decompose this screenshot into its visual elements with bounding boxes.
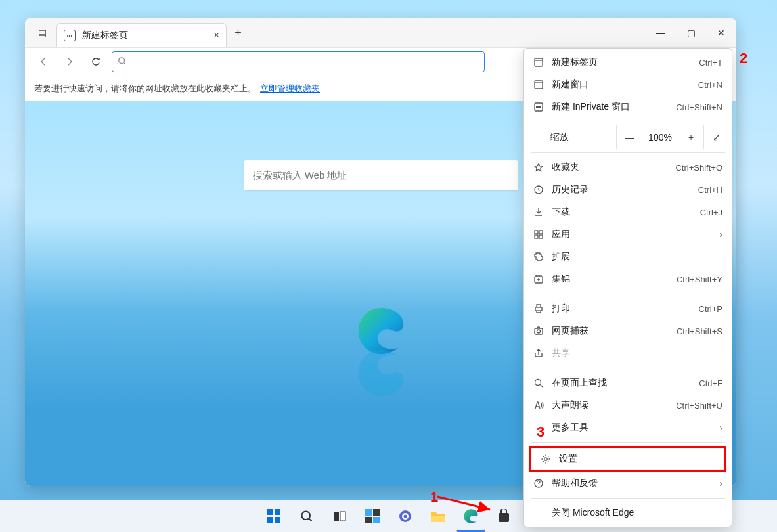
- svg-rect-24: [340, 512, 345, 521]
- start-button[interactable]: [259, 501, 289, 531]
- svg-rect-1: [535, 58, 543, 66]
- close-window-button[interactable]: ✕: [706, 18, 736, 47]
- menu-collections[interactable]: 集锦 Ctrl+Shift+Y: [524, 268, 732, 290]
- tab-actions-icon[interactable]: ▤: [34, 25, 50, 41]
- menu-new-window[interactable]: 新建窗口 Ctrl+N: [524, 74, 732, 96]
- close-tab-button[interactable]: ×: [213, 30, 219, 41]
- svg-rect-4: [536, 106, 541, 108]
- svg-rect-23: [334, 512, 339, 521]
- back-button[interactable]: [33, 51, 54, 72]
- help-icon: [533, 478, 544, 489]
- active-tab[interactable]: ••• 新建标签页 ×: [56, 23, 227, 47]
- favorites-icon: [533, 162, 544, 173]
- svg-rect-6: [535, 231, 538, 234]
- titlebar: ▤ ••• 新建标签页 × + — ▢ ✕: [25, 18, 736, 48]
- svg-rect-25: [365, 509, 372, 516]
- menu-print[interactable]: 打印 Ctrl+P: [524, 298, 732, 320]
- svg-rect-9: [539, 235, 543, 238]
- menu-new-tab[interactable]: 新建标签页 Ctrl+T: [524, 51, 732, 74]
- annotation-2: 2: [740, 50, 747, 67]
- search-icon: [118, 56, 127, 68]
- svg-rect-28: [373, 517, 380, 523]
- menu-webcapture[interactable]: 网页捕获 Ctrl+Shift+S: [524, 320, 732, 342]
- svg-line-17: [437, 497, 490, 510]
- svg-rect-18: [267, 509, 273, 515]
- svg-rect-33: [499, 513, 509, 522]
- menu-close-edge[interactable]: 关闭 Microsoft Edge: [524, 502, 732, 524]
- svg-rect-19: [275, 509, 280, 515]
- taskbar-taskview[interactable]: [324, 501, 355, 531]
- browser-menu: 新建标签页 Ctrl+T 新建窗口 Ctrl+N 新建 InPrivate 窗口…: [523, 48, 732, 527]
- menu-moretools[interactable]: 更多工具 ›: [524, 416, 732, 439]
- maximize-button[interactable]: ▢: [676, 18, 706, 47]
- forward-button[interactable]: [59, 51, 80, 72]
- menu-history[interactable]: 历史记录 Ctrl+H: [524, 179, 732, 201]
- svg-point-0: [119, 57, 125, 63]
- svg-rect-11: [535, 307, 542, 311]
- share-icon: [533, 348, 544, 359]
- svg-rect-7: [539, 231, 543, 234]
- svg-point-31: [403, 515, 407, 518]
- svg-rect-27: [365, 517, 372, 523]
- taskbar-search[interactable]: [292, 501, 322, 531]
- fullscreen-button[interactable]: ⤢: [703, 125, 729, 149]
- tab-title: 新建标签页: [82, 30, 128, 41]
- menu-zoom: 缩放 — 100% + ⤢: [524, 125, 732, 149]
- svg-point-14: [535, 380, 541, 386]
- new-tab-button[interactable]: +: [234, 26, 242, 40]
- downloads-icon: [533, 207, 544, 217]
- menu-downloads[interactable]: 下载 Ctrl+J: [524, 201, 732, 223]
- annotation-3: 3: [537, 424, 544, 441]
- svg-rect-20: [267, 517, 273, 523]
- zoom-in-button[interactable]: +: [678, 125, 703, 149]
- address-input[interactable]: [131, 56, 479, 68]
- svg-rect-2: [535, 81, 543, 89]
- refresh-button[interactable]: [85, 51, 106, 72]
- favorites-hint-text: 若要进行快速访问，请将你的网址收藏放在此收藏夹栏上。: [34, 83, 256, 95]
- svg-point-29: [399, 510, 411, 522]
- ntp-search-box[interactable]: 搜索或输入 Web 地址: [244, 160, 518, 190]
- menu-find[interactable]: 在页面上查找 Ctrl+F: [524, 372, 732, 394]
- menu-readaloud[interactable]: 大声朗读 Ctrl+Shift+U: [524, 394, 732, 416]
- history-icon: [533, 185, 544, 195]
- taskbar-widgets[interactable]: [357, 501, 388, 531]
- taskbar-chat[interactable]: [390, 501, 420, 531]
- manage-favorites-link[interactable]: 立即管理收藏夹: [260, 83, 320, 95]
- svg-point-22: [301, 512, 310, 520]
- svg-rect-8: [535, 235, 538, 238]
- zoom-label: 缩放: [550, 131, 616, 143]
- menu-share: 共享: [524, 342, 732, 365]
- annotation-arrow: [433, 493, 499, 519]
- annotation-1: 1: [430, 489, 438, 506]
- new-tab-icon: [533, 57, 544, 68]
- collections-icon: [533, 274, 544, 284]
- svg-point-15: [544, 458, 547, 460]
- find-icon: [533, 378, 544, 388]
- svg-rect-26: [373, 509, 380, 516]
- menu-settings[interactable]: 设置: [529, 446, 726, 472]
- extensions-icon: [533, 252, 544, 262]
- edge-logo-reflection: [355, 347, 407, 399]
- readaloud-icon: [533, 400, 544, 410]
- apps-icon: [533, 229, 544, 240]
- menu-help[interactable]: 帮助和反馈 ›: [524, 472, 732, 495]
- chevron-right-icon: ›: [719, 422, 722, 433]
- svg-point-13: [537, 330, 541, 333]
- ntp-search-placeholder: 搜索或输入 Web 地址: [253, 169, 347, 182]
- zoom-value: 100%: [642, 125, 678, 149]
- inprivate-icon: [533, 102, 544, 112]
- chevron-right-icon: ›: [719, 229, 722, 240]
- page-icon: •••: [64, 30, 76, 41]
- address-bar[interactable]: [112, 51, 485, 72]
- menu-extensions[interactable]: 扩展: [524, 246, 732, 268]
- print-icon: [533, 303, 544, 314]
- minimize-button[interactable]: —: [646, 18, 676, 47]
- capture-icon: [533, 326, 544, 336]
- menu-favorites[interactable]: 收藏夹 Ctrl+Shift+O: [524, 156, 732, 179]
- svg-rect-21: [275, 517, 280, 523]
- chevron-right-icon: ›: [719, 478, 722, 489]
- menu-new-inprivate[interactable]: 新建 InPrivate 窗口 Ctrl+Shift+N: [524, 96, 732, 118]
- zoom-out-button[interactable]: —: [616, 125, 642, 149]
- svg-point-30: [402, 513, 409, 520]
- menu-apps[interactable]: 应用 ›: [524, 223, 732, 246]
